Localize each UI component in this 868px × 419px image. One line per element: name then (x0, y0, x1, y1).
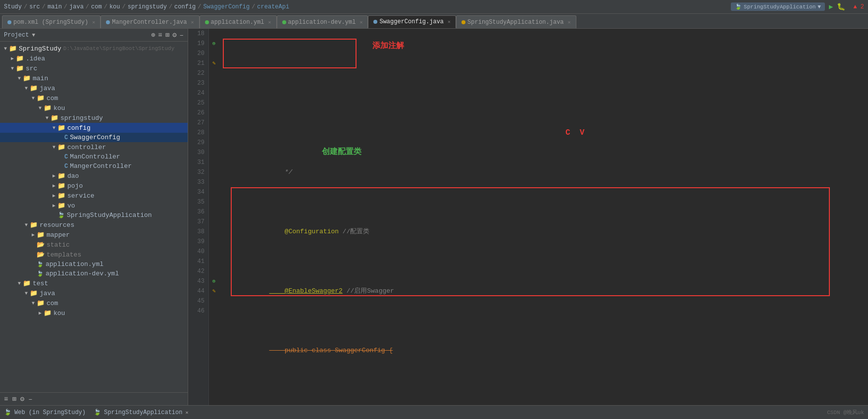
code-line-22 (223, 395, 864, 405)
tab-icon-swagger (373, 20, 377, 24)
sidebar-settings-icon[interactable]: ⚙ (20, 395, 24, 403)
sidebar-path-springstudy: D:\JavaDate\SpringBoot\SpringStudy (63, 46, 174, 52)
tab-appjava[interactable]: SpringStudyApplication.java ✕ (456, 15, 576, 28)
sidebar-item-dao[interactable]: 📁 dao (0, 171, 188, 181)
sidebar-label-test: test (33, 280, 48, 287)
sidebar-item-springstudy[interactable]: 📁 springstudy (0, 113, 188, 123)
sidebar-item-config[interactable]: 📁 config (0, 123, 188, 133)
sidebar-item-controller[interactable]: 📁 controller (0, 142, 188, 152)
sidebar-item-main[interactable]: 📁 main (0, 73, 188, 83)
tab-pom[interactable]: pom.xml (SpringStudy) ✕ (2, 15, 101, 28)
gutter-line19[interactable]: ⊕ (209, 39, 219, 49)
tree-arrow-main (16, 76, 23, 81)
breadcrumb-createapi[interactable]: createApi (257, 3, 289, 10)
code-line-19: @Configuration //配置类 (223, 217, 864, 247)
sidebar-label-static: static (47, 241, 70, 249)
sidebar-item-mancontroller[interactable]: C ManController (0, 152, 188, 161)
close-sidebar-icon[interactable]: – (180, 31, 184, 39)
annotation-box-config (223, 39, 357, 68)
sidebar-item-vo[interactable]: 📁 vo (0, 201, 188, 210)
gutter: ⊕ ✎ (209, 29, 219, 405)
sidebar-item-springstudy-root[interactable]: 📁 SpringStudy D:\JavaDate\SpringBoot\Spr… (0, 44, 188, 53)
sidebar-item-service[interactable]: 📁 service (0, 191, 188, 201)
sidebar-label-service: service (67, 192, 95, 200)
debug-button[interactable]: 🐛 (837, 2, 845, 11)
sidebar-item-swaggerconfig[interactable]: C SwaggerConfig (0, 133, 188, 142)
tab-appdev[interactable]: application-dev.yml ✕ (277, 15, 368, 28)
java-icon-mangercontroller: C (64, 163, 68, 170)
tab-close-manger[interactable]: ✕ (191, 19, 194, 25)
tab-close-pom[interactable]: ✕ (92, 19, 95, 25)
breadcrumb-com[interactable]: com (91, 3, 102, 10)
sidebar-item-test-java[interactable]: 📁 java (0, 288, 188, 298)
breadcrumb-springstudy[interactable]: springstudy (128, 3, 167, 10)
editor-scroll[interactable]: 18 19 20 21 22 23 24 25 26 27 28 29 30 3… (188, 29, 868, 405)
sidebar-item-springapp[interactable]: 🍃 SpringStudyApplication (0, 210, 188, 220)
sidebar-item-resources[interactable]: 📁 resources (0, 220, 188, 230)
sidebar-item-test-kou[interactable]: 📁 kou (0, 308, 188, 318)
sidebar-item-templates[interactable]: 📂 templates (0, 250, 188, 260)
folder-icon-templates: 📂 (37, 251, 45, 259)
annotation-text-add: 添加注解 (372, 41, 404, 51)
gutter-line44[interactable]: ✎ (209, 286, 219, 296)
sidebar-minimize-icon[interactable]: – (28, 395, 32, 403)
tab-appyml[interactable]: application.yml ✕ (200, 15, 277, 28)
app-run-pill[interactable]: 🍃 SpringStudyApplication ▼ (731, 2, 825, 11)
gutter-line43[interactable]: ⊕ (209, 276, 219, 286)
yaml-icon-appyml: 🍃 (37, 261, 44, 267)
folder-icon-kou: 📁 (44, 104, 51, 112)
settings-icon[interactable]: ⚙ (172, 31, 176, 39)
gutter-line21[interactable]: ✎ (209, 58, 219, 68)
sidebar-dropdown-icon[interactable]: ▼ (32, 32, 35, 38)
sidebar-item-mapper[interactable]: 📁 mapper (0, 230, 188, 240)
tab-close-swagger[interactable]: ✕ (448, 19, 451, 25)
sidebar-item-mangercontroller[interactable]: C MangerController (0, 161, 188, 171)
tab-label-manger: MangerController.java (112, 19, 187, 26)
sidebar-item-idea[interactable]: 📁 .idea (0, 53, 188, 63)
breadcrumb: Study / src / main / java / com / kou / … (4, 3, 731, 10)
sidebar-item-pojo[interactable]: 📁 pojo (0, 181, 188, 191)
breadcrumb-config[interactable]: config (174, 3, 196, 10)
breadcrumb-kou[interactable]: kou (109, 3, 120, 10)
sidebar-label-resources: resources (40, 221, 74, 229)
main-layout: Project ▼ ⊕ ≡ ⊞ ⚙ – 📁 SpringStudy D:\Jav… (0, 29, 868, 405)
tab-manger[interactable]: MangerController.java ✕ (101, 15, 199, 28)
tree-arrow-idea (9, 55, 16, 61)
sidebar-structure-icon[interactable]: ⊞ (12, 395, 16, 403)
sidebar-item-static[interactable]: 📂 static (0, 240, 188, 250)
app-label[interactable]: SpringStudyApplication (104, 409, 182, 416)
tab-icon-appdev (282, 20, 286, 24)
app-close-icon[interactable]: ✕ (185, 410, 188, 416)
sidebar-item-test[interactable]: 📁 test (0, 278, 188, 288)
tab-close-appdev[interactable]: ✕ (359, 19, 362, 25)
sidebar-item-java[interactable]: 📁 java (0, 83, 188, 93)
sidebar-item-appyml[interactable]: 🍃 application.yml (0, 260, 188, 269)
tab-label-appdev: application-dev.yml (288, 19, 356, 26)
tree-arrow-vo (51, 203, 57, 209)
sidebar-equalize-icon[interactable]: ≡ (4, 395, 8, 403)
tab-swagger[interactable]: SwaggerConfig.java ✕ (368, 15, 456, 28)
breadcrumb-main[interactable]: main (48, 3, 62, 10)
breadcrumb-java[interactable]: java (69, 3, 84, 10)
tab-close-appyml[interactable]: ✕ (268, 19, 271, 25)
sidebar-item-test-com[interactable]: 📁 com (0, 298, 188, 308)
run-button[interactable]: ▶ (829, 2, 833, 11)
breadcrumb-src[interactable]: src (29, 3, 40, 10)
sidebar-item-appdevyml[interactable]: 🍃 application-dev.yml (0, 269, 188, 278)
code-lines[interactable]: 添加注解 C V */ @Configuration //配置类 (219, 29, 868, 405)
collapse-icon[interactable]: ≡ (158, 31, 162, 39)
sidebar-item-com[interactable]: 📁 com (0, 93, 188, 103)
new-file-icon[interactable]: ⊕ (151, 31, 155, 39)
annotation-text-cv: C V (565, 128, 584, 138)
sidebar-item-kou[interactable]: 📁 kou (0, 103, 188, 113)
sidebar-label-mapper: mapper (47, 231, 70, 239)
breadcrumb-study[interactable]: Study (4, 3, 22, 10)
breadcrumb-swaggerconfig[interactable]: SwaggerConfig (204, 3, 250, 10)
bottom-panel: 🍃 Web (in SpringStudy) 🍃 SpringStudyAppl… (0, 405, 868, 419)
structure-icon[interactable]: ⊞ (165, 31, 169, 39)
tree-arrow-test-kou (37, 310, 44, 316)
folder-icon-static: 📂 (37, 241, 45, 249)
web-label[interactable]: Web (in SpringStudy) (14, 409, 86, 416)
sidebar-item-src[interactable]: 📁 src (0, 63, 188, 73)
tab-close-appjava[interactable]: ✕ (568, 19, 571, 25)
